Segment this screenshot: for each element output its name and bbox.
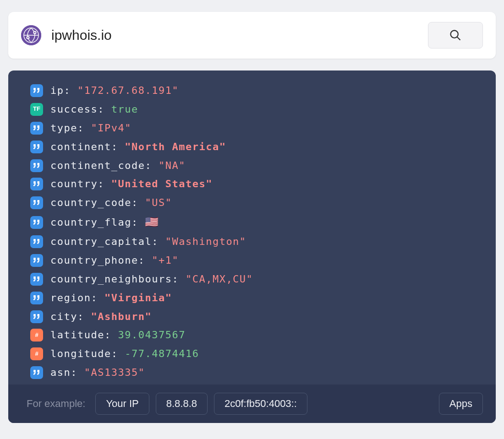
result-kv: asn: "AS13335" bbox=[50, 365, 145, 380]
result-key: ip: bbox=[50, 85, 77, 96]
result-value: "US" bbox=[145, 197, 172, 208]
string-type-icon bbox=[30, 273, 43, 286]
boolean-type-icon: TF bbox=[30, 103, 43, 116]
string-type-icon bbox=[30, 366, 43, 379]
result-key: country_neighbours: bbox=[50, 273, 186, 285]
result-value: 39.0437567 bbox=[118, 329, 185, 341]
result-key: latitude: bbox=[50, 329, 118, 341]
result-key: asn: bbox=[50, 367, 84, 378]
site-logo-icon bbox=[21, 25, 41, 45]
result-value: 🇺🇸 bbox=[145, 216, 159, 228]
search-icon bbox=[449, 29, 462, 42]
string-type-icon bbox=[30, 159, 43, 172]
result-key: country_phone: bbox=[50, 255, 152, 266]
result-key: country_flag: bbox=[50, 217, 145, 228]
number-type-icon: # bbox=[30, 347, 43, 360]
result-kv: city: "Ashburn" bbox=[50, 309, 152, 324]
result-key: longitude: bbox=[50, 348, 125, 359]
result-value: "North America" bbox=[125, 141, 226, 152]
string-type-icon bbox=[30, 310, 43, 323]
result-value: "+1" bbox=[152, 255, 179, 266]
result-kv: continent: "North America" bbox=[50, 140, 226, 154]
result-kv: longitude: -77.4874416 bbox=[50, 347, 199, 361]
results-list[interactable]: ip: "172.67.68.191"TFsuccess: truetype: … bbox=[8, 70, 496, 385]
svg-line-7 bbox=[457, 37, 460, 40]
result-key: country_code: bbox=[50, 197, 145, 208]
result-kv: country_code: "US" bbox=[50, 195, 172, 210]
result-value: "IPv4" bbox=[91, 122, 131, 134]
result-key: continent: bbox=[50, 141, 125, 152]
result-kv: country: "United States" bbox=[50, 177, 213, 191]
footer-label: For example: bbox=[27, 398, 85, 410]
result-row: country_code: "US" bbox=[30, 195, 476, 210]
result-key: type: bbox=[50, 122, 91, 134]
result-value: -77.4874416 bbox=[125, 348, 199, 359]
result-kv: type: "IPv4" bbox=[50, 121, 131, 135]
svg-point-6 bbox=[451, 31, 458, 38]
result-row: type: "IPv4" bbox=[30, 121, 476, 135]
site-name: ipwhois.io bbox=[51, 27, 418, 43]
result-row: ip: "172.67.68.191" bbox=[30, 83, 476, 98]
result-row: #latitude: 39.0437567 bbox=[30, 328, 476, 342]
result-row: TFsuccess: true bbox=[30, 102, 476, 117]
result-kv: success: true bbox=[50, 102, 138, 117]
string-type-icon bbox=[30, 235, 43, 248]
result-kv: country_capital: "Washington" bbox=[50, 234, 247, 249]
result-kv: latitude: 39.0437567 bbox=[50, 328, 186, 342]
result-value: "172.67.68.191" bbox=[77, 85, 179, 96]
svg-point-3 bbox=[27, 37, 29, 38]
result-row: country_capital: "Washington" bbox=[30, 234, 476, 249]
result-value: true bbox=[111, 103, 138, 115]
result-row: continent: "North America" bbox=[30, 140, 476, 154]
result-value: "NA" bbox=[159, 160, 186, 171]
result-value: "Virginia" bbox=[104, 292, 172, 304]
example-button-ipv6[interactable]: 2c0f:fb50:4003:: bbox=[214, 393, 307, 415]
string-type-icon bbox=[30, 122, 43, 135]
result-row: #longitude: -77.4874416 bbox=[30, 347, 476, 361]
example-button-your-ip[interactable]: Your IP bbox=[95, 393, 149, 415]
string-type-icon bbox=[30, 292, 43, 304]
number-type-icon: # bbox=[30, 329, 43, 341]
results-panel: ip: "172.67.68.191"TFsuccess: truetype: … bbox=[8, 70, 496, 423]
string-type-icon bbox=[30, 178, 43, 190]
svg-point-5 bbox=[34, 32, 36, 33]
result-row: region: "Virginia" bbox=[30, 291, 476, 305]
result-row: country_phone: "+1" bbox=[30, 253, 476, 268]
result-kv: continent_code: "NA" bbox=[50, 158, 186, 173]
result-value: "United States" bbox=[111, 178, 213, 190]
string-type-icon bbox=[30, 84, 43, 97]
result-key: continent_code: bbox=[50, 160, 159, 171]
string-type-icon bbox=[30, 254, 43, 267]
result-key: region: bbox=[50, 292, 104, 304]
result-row: country_neighbours: "CA,MX,CU" bbox=[30, 272, 476, 287]
result-kv: country_phone: "+1" bbox=[50, 253, 179, 268]
result-row: continent_code: "NA" bbox=[30, 158, 476, 173]
example-button-ipv4[interactable]: 8.8.8.8 bbox=[156, 393, 208, 415]
string-type-icon bbox=[30, 141, 43, 153]
result-value: "AS13335" bbox=[84, 367, 145, 378]
result-key: city: bbox=[50, 311, 91, 322]
string-type-icon bbox=[30, 196, 43, 209]
result-key: success: bbox=[50, 103, 111, 115]
apps-button[interactable]: Apps bbox=[439, 393, 483, 415]
footer-bar: For example: Your IP 8.8.8.8 2c0f:fb50:4… bbox=[8, 385, 496, 423]
string-type-icon bbox=[30, 216, 43, 229]
result-key: country: bbox=[50, 178, 111, 190]
result-kv: region: "Virginia" bbox=[50, 291, 172, 305]
search-button[interactable] bbox=[428, 22, 483, 49]
result-kv: country_flag: 🇺🇸 bbox=[50, 214, 159, 230]
result-row: asn: "AS13335" bbox=[30, 365, 476, 380]
result-kv: ip: "172.67.68.191" bbox=[50, 83, 179, 98]
result-value: "Washington" bbox=[165, 236, 247, 247]
result-row: city: "Ashburn" bbox=[30, 309, 476, 324]
result-value: "Ashburn" bbox=[91, 311, 152, 322]
result-key: country_capital: bbox=[50, 236, 165, 247]
result-kv: country_neighbours: "CA,MX,CU" bbox=[50, 272, 253, 287]
result-row: country: "United States" bbox=[30, 177, 476, 191]
header-bar: ipwhois.io bbox=[8, 12, 496, 59]
result-value: "CA,MX,CU" bbox=[186, 273, 253, 285]
result-row: country_flag: 🇺🇸 bbox=[30, 214, 476, 230]
